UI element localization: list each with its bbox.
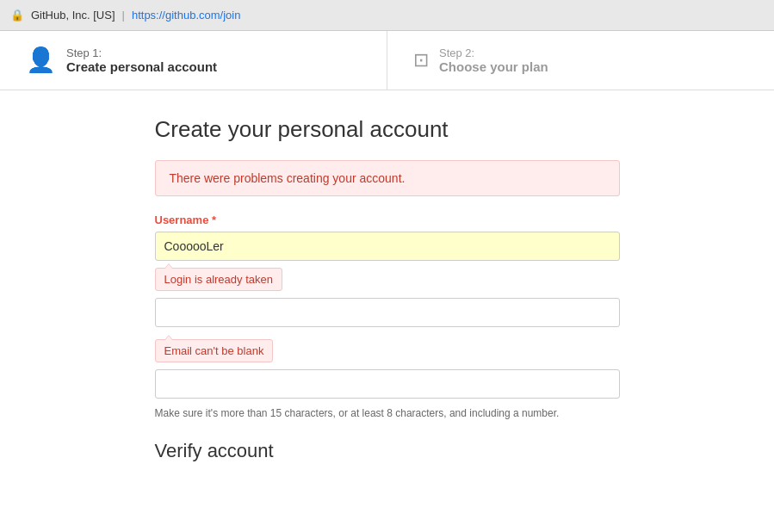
step-1-label: Step 1: xyxy=(66,46,217,59)
step-1-title: Create personal account xyxy=(66,59,217,74)
email-error-tooltip: Email can't be blank xyxy=(155,339,274,362)
main-content: Create your personal account There were … xyxy=(138,90,637,497)
error-banner-text: There were problems creating your accoun… xyxy=(170,171,406,185)
email-error-text: Email can't be blank xyxy=(164,344,264,357)
password-input[interactable] xyxy=(155,369,620,399)
step-1-text: Step 1: Create personal account xyxy=(66,46,217,74)
username-group: Username * xyxy=(155,213,620,261)
email-group xyxy=(155,298,620,327)
browser-bar: 🔒 GitHub, Inc. [US] | https://github.com… xyxy=(0,0,774,31)
separator: | xyxy=(122,9,125,22)
username-label: Username * xyxy=(155,213,620,226)
step-2-label: Step 2: xyxy=(439,46,548,59)
step-1: 👤 Step 1: Create personal account xyxy=(0,31,387,90)
email-input[interactable] xyxy=(155,298,620,327)
username-error-tooltip: Login is already taken xyxy=(155,268,282,291)
username-error-text: Login is already taken xyxy=(164,273,273,286)
lock-icon: 🔒 xyxy=(10,9,24,22)
step-2-text: Step 2: Choose your plan xyxy=(439,46,548,74)
error-banner: There were problems creating your accoun… xyxy=(155,160,620,196)
browser-url: https://github.com/join xyxy=(132,9,240,22)
password-hint: Make sure it's more than 15 characters, … xyxy=(155,407,620,419)
step-2-icon: ⊡ xyxy=(413,51,429,70)
steps-header: 👤 Step 1: Create personal account ⊡ Step… xyxy=(0,31,774,90)
step-2-title: Choose your plan xyxy=(439,59,548,74)
page-title: Create your personal account xyxy=(155,116,620,143)
step-1-icon: 👤 xyxy=(26,48,56,72)
password-group xyxy=(155,369,620,399)
site-name: GitHub, Inc. [US] xyxy=(31,9,115,22)
step-2: ⊡ Step 2: Choose your plan xyxy=(387,31,774,90)
verify-account-title: Verify account xyxy=(155,440,620,462)
page-body: 👤 Step 1: Create personal account ⊡ Step… xyxy=(0,31,774,532)
username-input[interactable] xyxy=(155,232,620,261)
